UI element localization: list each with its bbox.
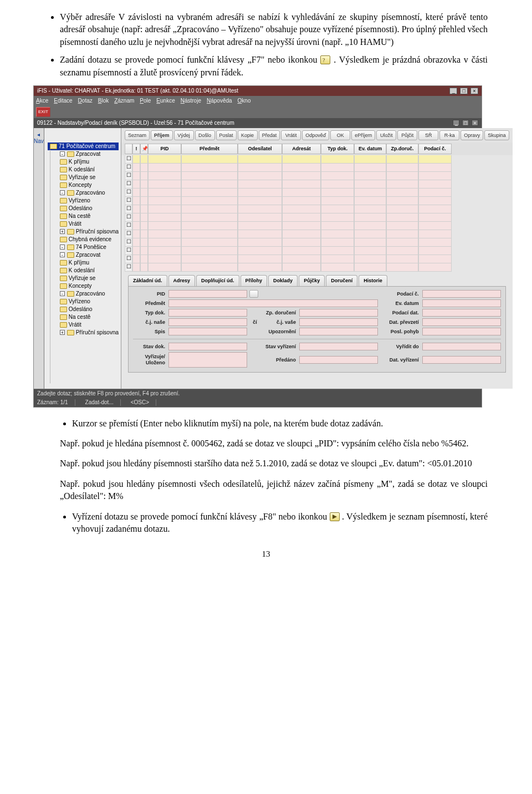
cell[interactable] bbox=[282, 164, 321, 172]
expand-icon[interactable]: - bbox=[60, 190, 65, 195]
cell[interactable] bbox=[386, 164, 418, 172]
seg-r-ka[interactable]: R-ka bbox=[439, 130, 459, 141]
cell[interactable] bbox=[132, 164, 140, 172]
cell[interactable] bbox=[386, 222, 418, 230]
cell[interactable] bbox=[148, 238, 181, 247]
mdi-close-icon[interactable]: × bbox=[472, 120, 478, 126]
fld-dat-vyr[interactable] bbox=[422, 356, 501, 364]
cell[interactable] bbox=[282, 155, 321, 164]
mdi-min-icon[interactable]: ‗ bbox=[453, 120, 459, 126]
table-row[interactable]: ☐ bbox=[125, 172, 509, 180]
tree-item[interactable]: Koncepty bbox=[48, 181, 119, 189]
cell[interactable] bbox=[418, 189, 452, 197]
cell[interactable] bbox=[282, 263, 321, 272]
cell[interactable] bbox=[282, 222, 321, 230]
cell[interactable]: ☐ bbox=[125, 255, 132, 263]
menu-dotaz[interactable]: Dotaz bbox=[78, 98, 93, 104]
table-row[interactable]: ☐ bbox=[125, 247, 509, 255]
cell[interactable] bbox=[148, 189, 181, 197]
cell[interactable] bbox=[140, 164, 148, 172]
cell[interactable] bbox=[238, 213, 282, 222]
fld-zp[interactable] bbox=[299, 309, 378, 317]
cell[interactable] bbox=[181, 164, 238, 172]
fld-posl-pohyb[interactable] bbox=[422, 328, 501, 335]
seg-vrátit[interactable]: Vrátit bbox=[281, 130, 301, 141]
cell[interactable]: ☐ bbox=[125, 180, 132, 189]
cell[interactable] bbox=[282, 205, 321, 213]
fld-ev-datum[interactable] bbox=[422, 299, 501, 307]
cell[interactable]: ☐ bbox=[125, 172, 132, 180]
menu-funkce[interactable]: Eunkce bbox=[156, 98, 175, 104]
cell[interactable] bbox=[354, 189, 386, 197]
seg-půjčit[interactable]: Půjčit bbox=[397, 130, 417, 141]
cell[interactable] bbox=[140, 213, 148, 222]
cell[interactable] bbox=[181, 205, 238, 213]
seg-opravy[interactable]: Opravy bbox=[461, 130, 483, 141]
cell[interactable] bbox=[321, 213, 354, 222]
cell[interactable] bbox=[386, 213, 418, 222]
cell[interactable] bbox=[282, 230, 321, 238]
cell[interactable] bbox=[140, 155, 148, 164]
pid-lookup-icon[interactable] bbox=[249, 290, 258, 298]
cell[interactable] bbox=[386, 238, 418, 247]
tree-item[interactable]: -Zpracovat bbox=[48, 150, 119, 158]
cell[interactable] bbox=[386, 180, 418, 189]
fld-stav-vyr[interactable] bbox=[299, 343, 378, 350]
table-row[interactable]: ☐ bbox=[125, 205, 509, 213]
cell[interactable] bbox=[148, 164, 181, 172]
table-row[interactable]: ☐ bbox=[125, 155, 509, 164]
seg-poslat[interactable]: Poslat bbox=[216, 130, 237, 141]
cell[interactable] bbox=[140, 197, 148, 205]
cell[interactable] bbox=[148, 263, 181, 272]
expand-icon[interactable]: + bbox=[60, 229, 65, 234]
cell[interactable] bbox=[321, 205, 354, 213]
cell[interactable]: ☐ bbox=[125, 189, 132, 197]
tree-item[interactable]: Na cestě bbox=[48, 212, 119, 220]
close-button[interactable]: × bbox=[470, 88, 478, 94]
table-row[interactable]: ☐ bbox=[125, 164, 509, 172]
seg-ok[interactable]: OK bbox=[330, 130, 350, 141]
seg-příjem[interactable]: Příjem bbox=[151, 130, 173, 141]
cell[interactable] bbox=[354, 155, 386, 164]
cell[interactable] bbox=[140, 255, 148, 263]
tree-item[interactable]: Vyřizuje se bbox=[48, 274, 119, 282]
cell[interactable] bbox=[354, 222, 386, 230]
cell[interactable] bbox=[282, 247, 321, 255]
cell[interactable] bbox=[181, 230, 238, 238]
cell[interactable] bbox=[354, 238, 386, 247]
tree-item[interactable]: K příjmu bbox=[48, 259, 119, 267]
cell[interactable] bbox=[354, 164, 386, 172]
cell[interactable] bbox=[181, 189, 238, 197]
cell[interactable] bbox=[321, 238, 354, 247]
seg-kopie[interactable]: Kopie bbox=[238, 130, 258, 141]
cell[interactable] bbox=[418, 238, 452, 247]
cell[interactable] bbox=[354, 205, 386, 213]
cell[interactable] bbox=[132, 255, 140, 263]
cell[interactable] bbox=[418, 164, 452, 172]
tree-item[interactable]: Koncepty bbox=[48, 282, 119, 290]
detail-tab[interactable]: Doplňující úd. bbox=[196, 275, 239, 286]
table-row[interactable]: ☐ bbox=[125, 263, 509, 272]
cell[interactable] bbox=[321, 172, 354, 180]
cell[interactable] bbox=[140, 247, 148, 255]
cell[interactable] bbox=[132, 213, 140, 222]
tree-item[interactable]: Chybná evidence bbox=[48, 236, 119, 243]
expand-icon[interactable]: - bbox=[60, 151, 65, 156]
cell[interactable] bbox=[132, 189, 140, 197]
expand-icon[interactable]: - bbox=[60, 291, 65, 296]
cell[interactable] bbox=[238, 172, 282, 180]
menu-zaznam[interactable]: Záznam bbox=[114, 98, 134, 104]
cell[interactable] bbox=[418, 180, 452, 189]
tree-item[interactable]: -Zpracováno bbox=[48, 189, 119, 197]
cell[interactable] bbox=[321, 155, 354, 164]
cell[interactable] bbox=[238, 263, 282, 272]
detail-tab[interactable]: Doklady bbox=[268, 275, 298, 286]
cell[interactable] bbox=[354, 172, 386, 180]
cell[interactable] bbox=[238, 255, 282, 263]
tree-item[interactable]: Odesláno bbox=[48, 306, 119, 313]
cell[interactable] bbox=[282, 213, 321, 222]
detail-tab[interactable]: Doručení bbox=[326, 275, 357, 286]
table-row[interactable]: ☐ bbox=[125, 197, 509, 205]
cell[interactable] bbox=[418, 172, 452, 180]
cell[interactable]: ☐ bbox=[125, 205, 132, 213]
